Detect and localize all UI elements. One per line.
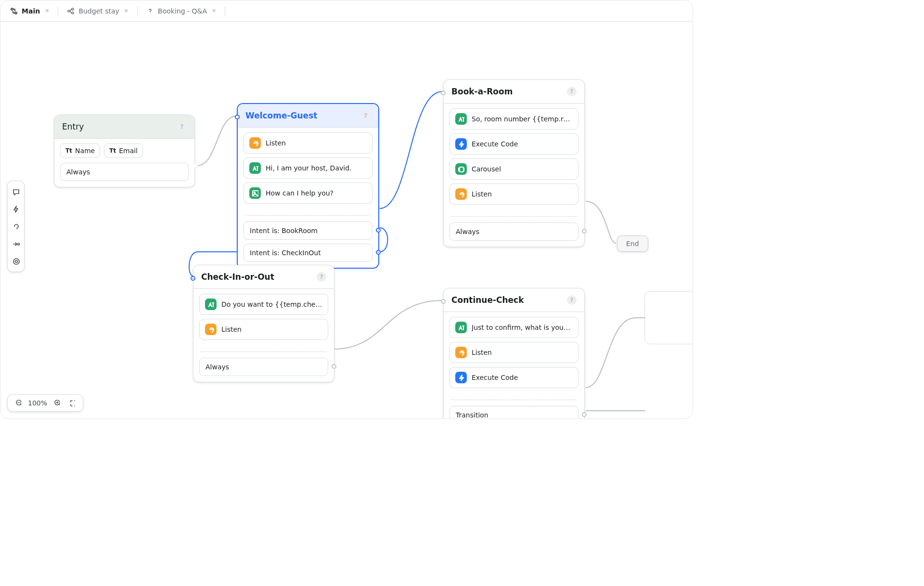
card-label: Hi, I am your host, David.	[266, 164, 352, 172]
tab-main[interactable]: Main ✕	[6, 4, 53, 18]
output-port[interactable]	[582, 229, 587, 234]
section-divider	[451, 216, 577, 217]
card-listen[interactable]: Listen	[199, 319, 328, 340]
card-label: Carousel	[472, 165, 501, 173]
output-port[interactable]	[376, 250, 381, 255]
comment-icon	[12, 188, 20, 196]
variable-chip[interactable]: TtEmail	[104, 143, 143, 158]
zoom-out-icon	[15, 399, 21, 407]
close-icon[interactable]: ✕	[124, 8, 128, 14]
ear-icon	[12, 222, 20, 231]
section-divider	[245, 215, 371, 216]
card-label: So, room number {{temp.roomNu...	[472, 115, 573, 123]
zoom-control: 100%	[7, 394, 83, 412]
target-button[interactable]	[8, 253, 24, 269]
lightning-icon	[455, 372, 467, 383]
tab-bar: Main ✕ Budget stay ✕ Booking - Q&A ✕	[0, 0, 693, 22]
tab-label: Budget stay	[78, 7, 119, 15]
transition-row[interactable]: Always	[60, 163, 189, 181]
help-icon[interactable]: ?	[317, 272, 326, 282]
chip-label: Name	[75, 147, 95, 155]
zoom-in-button[interactable]	[51, 397, 63, 409]
transition-label: Always	[456, 228, 479, 235]
node-entry[interactable]: Entry ? TtName TtEmail Always	[54, 115, 195, 187]
text-type-icon: Tt	[65, 147, 72, 154]
output-port[interactable]	[332, 364, 336, 369]
card-carousel[interactable]: Carousel	[449, 158, 578, 180]
card-listen[interactable]: Listen	[449, 342, 578, 363]
text-icon	[205, 299, 217, 310]
fit-view-button[interactable]	[66, 397, 78, 409]
arrow-to-circle-icon	[12, 240, 20, 248]
node-continue-check[interactable]: Continue-Check ? Just to confirm, what i…	[443, 288, 585, 419]
card-listen[interactable]: Listen	[449, 183, 578, 205]
node-book-a-room[interactable]: Book-a-Room ? So, room number {{temp.roo…	[443, 79, 585, 247]
help-icon[interactable]: ?	[567, 87, 577, 96]
node-title: Entry	[62, 122, 84, 131]
zoom-in-icon	[54, 399, 60, 407]
card-label: Do you want to {{temp.checkIn}}?	[221, 300, 322, 308]
transition-label: Always	[66, 168, 90, 176]
transition-label: Transition	[456, 411, 488, 419]
close-icon[interactable]: ✕	[212, 8, 216, 14]
section-divider	[451, 400, 577, 400]
card-code[interactable]: Execute Code	[449, 367, 578, 388]
transition-row[interactable]: Intent is: BookRoom	[244, 221, 372, 240]
image-icon	[249, 187, 261, 199]
transition-row[interactable]: Intent is: CheckInOut	[244, 244, 372, 262]
input-port[interactable]	[441, 299, 446, 304]
card-code[interactable]: Execute Code	[449, 133, 578, 155]
ear-icon	[205, 324, 217, 335]
variable-chip[interactable]: TtName	[60, 143, 100, 158]
output-port[interactable]	[376, 228, 381, 233]
flow-canvas[interactable]: Entry ? TtName TtEmail Always Welcome-Gu…	[0, 22, 693, 418]
node-welcome-guest[interactable]: Welcome-Guest ? Listen Hi, I am your hos…	[237, 104, 379, 268]
help-icon[interactable]: ?	[177, 122, 187, 131]
ear-icon	[455, 347, 467, 358]
card-text[interactable]: Hi, I am your host, David.	[244, 157, 372, 179]
output-port[interactable]	[582, 412, 587, 417]
input-port[interactable]	[441, 91, 446, 95]
card-label: How can I help you?	[266, 189, 334, 197]
lightning-icon	[455, 138, 467, 150]
section-divider	[201, 352, 326, 352]
listen-button[interactable]	[8, 219, 24, 234]
input-port[interactable]	[191, 276, 195, 281]
text-icon	[455, 113, 467, 125]
help-icon[interactable]: ?	[361, 111, 371, 120]
question-icon	[146, 7, 154, 15]
transition-label: Always	[205, 363, 229, 371]
close-icon[interactable]: ✕	[45, 8, 49, 14]
side-toolbar	[7, 181, 25, 272]
ear-icon	[249, 137, 261, 149]
transition-button[interactable]	[8, 236, 24, 251]
card-text[interactable]: Do you want to {{temp.checkIn}}?	[199, 294, 328, 315]
tab-booking-qna[interactable]: Booking - Q&A ✕	[142, 4, 220, 18]
card-label: Execute Code	[472, 140, 518, 148]
card-listen[interactable]: Listen	[244, 132, 372, 154]
card-text[interactable]: Just to confirm, what is your last...	[449, 317, 578, 338]
node-check-in-or-out[interactable]: Check-In-or-Out ? Do you want to {{temp.…	[193, 265, 334, 382]
card-label: Listen	[266, 139, 286, 147]
transition-row[interactable]: Always	[449, 222, 578, 241]
output-port[interactable]	[195, 163, 199, 169]
target-icon	[12, 257, 20, 265]
transition-label: Intent is: BookRoom	[250, 227, 318, 234]
lightning-icon	[12, 205, 20, 213]
input-port[interactable]	[235, 115, 240, 119]
card-label: Just to confirm, what is your last...	[472, 324, 573, 331]
end-node[interactable]: End	[617, 235, 648, 252]
tab-budget-stay[interactable]: Budget stay ✕	[63, 4, 132, 18]
transition-row[interactable]: Transition	[449, 406, 578, 419]
expand-icon	[69, 399, 75, 407]
card-image[interactable]: How can I help you?	[244, 182, 372, 204]
transition-row[interactable]: Always	[199, 358, 328, 376]
card-text[interactable]: So, room number {{temp.roomNu...	[449, 108, 578, 130]
card-label: Listen	[472, 349, 492, 356]
help-icon[interactable]: ?	[567, 295, 577, 305]
actions-button[interactable]	[8, 201, 24, 217]
comments-button[interactable]	[8, 184, 24, 199]
zoom-out-button[interactable]	[13, 397, 24, 409]
card-label: Execute Code	[472, 374, 518, 381]
svg-rect-8	[460, 167, 463, 172]
